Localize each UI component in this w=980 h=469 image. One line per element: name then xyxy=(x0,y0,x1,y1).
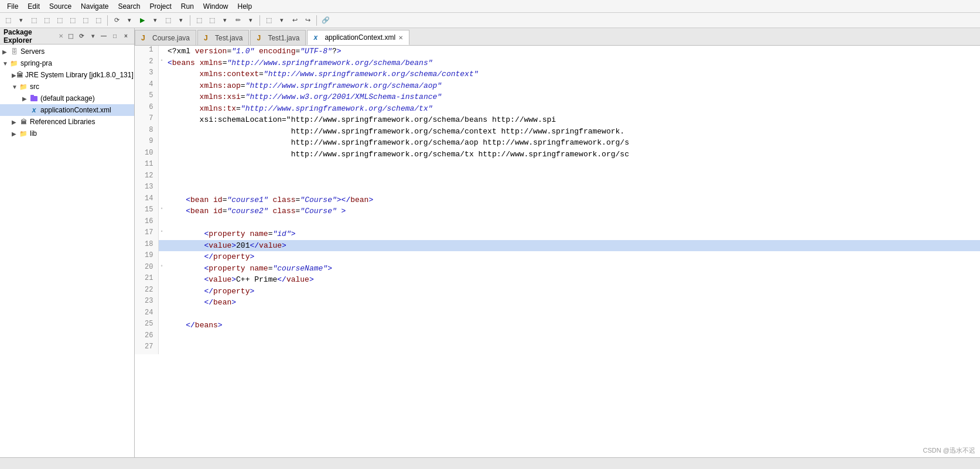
menu-navigate[interactable]: Navigate xyxy=(76,1,113,12)
line-content-5[interactable]: xmlns:xsi="http://www.w3.org/2001/XMLSch… xyxy=(165,91,980,103)
line-content-13[interactable] xyxy=(165,183,980,194)
code-editor[interactable]: 1<?xml version="1.0" encoding="UTF-8"?>2… xyxy=(135,46,980,457)
line-content-15[interactable]: <bean id="course2" class="Course" > xyxy=(165,206,980,217)
toolbar-btn2[interactable]: ▾ xyxy=(15,15,27,26)
line-number-13: 13 xyxy=(135,183,158,194)
tree-item-jre[interactable]: ▶ 🏛 JRE System Library [jdk1.8.0_131] xyxy=(0,69,134,81)
tab-application-context[interactable]: x applicationContext.xml ✕ xyxy=(307,30,409,45)
line-fold-4 xyxy=(158,80,165,92)
toolbar-redo[interactable]: ↪ xyxy=(302,15,313,26)
line-number-4: 4 xyxy=(135,80,158,92)
line-number-9: 9 xyxy=(135,137,158,149)
line-content-27[interactable] xyxy=(165,343,980,354)
code-line-1: 1<?xml version="1.0" encoding="UTF-8"?> xyxy=(135,46,980,57)
tree-item-referenced[interactable]: ▶ 🏛 Referenced Libraries xyxy=(0,116,134,128)
menu-help[interactable]: Help xyxy=(233,1,257,12)
sidebar-min-btn[interactable]: — xyxy=(99,32,108,41)
line-number-20: 20 xyxy=(135,263,158,275)
menu-search[interactable]: Search xyxy=(113,1,145,12)
toolbar-btn17[interactable]: ▾ xyxy=(245,15,257,26)
toolbar-btn13[interactable]: ⬚ xyxy=(193,15,205,26)
toolbar-btn11[interactable]: ⬚ xyxy=(162,15,174,26)
tree-item-default-pkg[interactable]: ▶ (default package) xyxy=(0,93,134,104)
sidebar-menu-btn[interactable]: ▾ xyxy=(88,32,97,41)
toolbar-btn7[interactable]: ⬚ xyxy=(80,15,91,26)
line-fold-10 xyxy=(158,149,165,160)
menu-source[interactable]: Source xyxy=(45,1,76,12)
line-content-23[interactable]: </bean> xyxy=(165,297,980,309)
toolbar-btn8[interactable]: ⬚ xyxy=(93,15,104,26)
line-content-9[interactable]: http://www.springframework.org/schema/ao… xyxy=(165,137,980,149)
menu-window[interactable]: Window xyxy=(199,1,233,12)
menu-file[interactable]: File xyxy=(2,1,23,12)
line-fold-18 xyxy=(158,240,165,252)
line-content-14[interactable]: <bean id="course1" class="Course"></bean… xyxy=(165,194,980,206)
line-content-2[interactable]: <beans xmlns="http://www.springframework… xyxy=(165,57,980,69)
line-fold-20[interactable]: ◦ xyxy=(158,263,165,275)
toolbar-run[interactable]: ▶ xyxy=(136,15,148,26)
toolbar-btn15[interactable]: ▾ xyxy=(219,15,231,26)
toolbar-link[interactable]: 🔗 xyxy=(320,15,332,26)
line-content-17[interactable]: <property name="id"> xyxy=(165,228,980,240)
menu-project[interactable]: Project xyxy=(145,1,176,12)
toolbar-refresh[interactable]: ⟳ xyxy=(111,15,122,26)
line-number-24: 24 xyxy=(135,309,158,320)
toolbar-btn18[interactable]: ⬚ xyxy=(263,15,275,26)
line-content-26[interactable] xyxy=(165,331,980,343)
toolbar-btn5[interactable]: ⬚ xyxy=(54,15,66,26)
line-fold-15[interactable]: ◦ xyxy=(158,206,165,217)
tree-item-servers[interactable]: ▶ 🗄 Servers xyxy=(0,46,134,57)
code-line-23: 23 </bean> xyxy=(135,297,980,309)
toolbar-btn3[interactable]: ⬚ xyxy=(28,15,40,26)
toolbar-btn9[interactable]: ▾ xyxy=(124,15,135,26)
toolbar-btn12[interactable]: ▾ xyxy=(175,15,187,26)
menu-edit[interactable]: Edit xyxy=(23,1,45,12)
line-content-1[interactable]: <?xml version="1.0" encoding="UTF-8"?> xyxy=(165,46,980,57)
toolbar-btn19[interactable]: ▾ xyxy=(276,15,288,26)
line-content-20[interactable]: <property name="courseName"> xyxy=(165,263,980,275)
tab-course-java[interactable]: J Course.java xyxy=(135,30,196,45)
line-content-12[interactable] xyxy=(165,172,980,183)
toolbar-new[interactable]: ⬚ xyxy=(2,15,14,26)
line-content-25[interactable]: </beans> xyxy=(165,320,980,331)
line-content-8[interactable]: http://www.springframework.org/schema/co… xyxy=(165,126,980,138)
lib-expand: ▶ xyxy=(12,131,19,137)
tree-item-application-context[interactable]: x applicationContext.xml xyxy=(0,104,134,116)
line-content-24[interactable] xyxy=(165,309,980,320)
sidebar-tree: ▶ 🗄 Servers ▼ 📁 spring-pra ▶ 🏛 JRE Syste… xyxy=(0,44,134,457)
sidebar-sync-btn[interactable]: ⟳ xyxy=(77,32,86,41)
line-content-4[interactable]: xmlns:aop="http://www.springframework.or… xyxy=(165,80,980,92)
tree-item-spring-pra[interactable]: ▼ 📁 spring-pra xyxy=(0,57,134,69)
tab-test1-java[interactable]: J Test1.java xyxy=(250,30,306,45)
menu-run[interactable]: Run xyxy=(176,1,199,12)
toolbar-btn4[interactable]: ⬚ xyxy=(41,15,53,26)
toolbar-btn10[interactable]: ▾ xyxy=(149,15,161,26)
line-content-6[interactable]: xmlns:tx="http://www.springframework.org… xyxy=(165,103,980,115)
line-fold-17[interactable]: ◦ xyxy=(158,228,165,240)
tree-item-src[interactable]: ▼ 📁 src xyxy=(0,81,134,93)
app-ctx-close[interactable]: ✕ xyxy=(398,35,403,41)
line-content-21[interactable]: <value>C++ Prime</value> xyxy=(165,274,980,286)
test-java-label: Test.java xyxy=(215,34,243,42)
sidebar-max-btn[interactable]: □ xyxy=(110,32,119,41)
line-content-18[interactable]: <value>201</value> xyxy=(165,240,980,252)
line-content-11[interactable] xyxy=(165,160,980,172)
tab-test-java[interactable]: J Test.java xyxy=(197,30,249,45)
line-content-19[interactable]: </property> xyxy=(165,251,980,263)
line-content-22[interactable]: </property> xyxy=(165,286,980,297)
sidebar-collapse-btn[interactable]: ⬚ xyxy=(66,32,75,41)
jre-expand: ▶ xyxy=(12,72,16,78)
toolbar-btn16[interactable]: ✏ xyxy=(232,15,244,26)
tree-item-lib[interactable]: ▶ 📁 lib xyxy=(0,128,134,139)
toolbar-undo[interactable]: ↩ xyxy=(289,15,301,26)
toolbar-btn14[interactable]: ⬚ xyxy=(206,15,218,26)
toolbar-btn6[interactable]: ⬚ xyxy=(67,15,78,26)
line-content-7[interactable]: xsi:schemaLocation="http://www.springfra… xyxy=(165,114,980,126)
sidebar-header: Package Explorer ✕ ⬚ ⟳ ▾ — □ × xyxy=(0,28,134,44)
sidebar-close-btn[interactable]: × xyxy=(121,32,131,41)
line-fold-2[interactable]: ◦ xyxy=(158,57,165,69)
line-content-10[interactable]: http://www.springframework.org/schema/tx… xyxy=(165,149,980,160)
line-content-3[interactable]: xmlns:context="http://www.springframewor… xyxy=(165,69,980,80)
app-ctx-icon: x xyxy=(29,105,39,115)
line-content-16[interactable] xyxy=(165,217,980,229)
